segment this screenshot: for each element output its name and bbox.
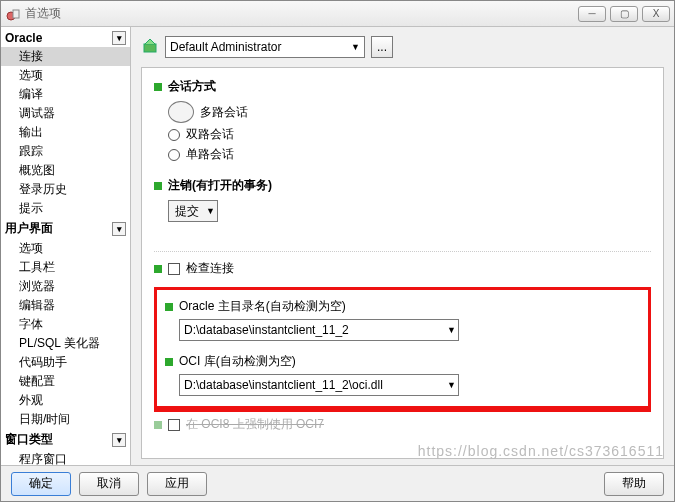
session-radio-row: 双路会话	[168, 126, 651, 143]
minimize-button[interactable]: ─	[578, 6, 606, 22]
settings-panel: 会话方式 多路会话双路会话单路会话 注销(有打开的事务) 提交 ▼	[141, 67, 664, 459]
sidebar-category[interactable]: 窗口类型▾	[1, 429, 130, 450]
session-radio[interactable]	[168, 129, 180, 141]
sidebar-item[interactable]: 外观	[1, 391, 130, 410]
sidebar-item[interactable]: 概览图	[1, 161, 130, 180]
ok-button[interactable]: 确定	[11, 472, 71, 496]
bullet-icon	[154, 182, 162, 190]
main-body: Oracle▾连接选项编译调试器输出跟踪概览图登录历史提示用户界面▾选项工具栏浏…	[1, 27, 674, 465]
chevron-down-icon: ▼	[351, 42, 360, 52]
check-connection-label: 检查连接	[186, 260, 234, 277]
profile-value: Default Administrator	[170, 40, 281, 54]
bullet-icon	[154, 265, 162, 273]
session-radio-label: 单路会话	[186, 146, 234, 163]
sidebar-category[interactable]: Oracle▾	[1, 29, 130, 47]
content-area: Default Administrator ▼ ... 会话方式 多路会话双路会…	[131, 27, 674, 465]
sidebar-item[interactable]: 编译	[1, 85, 130, 104]
collapse-icon[interactable]: ▾	[112, 222, 126, 236]
session-radio[interactable]	[168, 101, 194, 123]
profile-select[interactable]: Default Administrator ▼	[165, 36, 365, 58]
session-radio-row: 多路会话	[168, 101, 651, 123]
sidebar-item[interactable]: 日期/时间	[1, 410, 130, 429]
sidebar-item[interactable]: 调试器	[1, 104, 130, 123]
sidebar-item[interactable]: 提示	[1, 199, 130, 218]
sidebar-item[interactable]: 输出	[1, 123, 130, 142]
logoff-group: 注销(有打开的事务) 提交 ▼	[154, 177, 651, 222]
sidebar-category-label: Oracle	[5, 31, 42, 45]
sidebar-category-label: 窗口类型	[5, 431, 53, 448]
session-radio-row: 单路会话	[168, 146, 651, 163]
sidebar-item[interactable]: 编辑器	[1, 296, 130, 315]
session-radio[interactable]	[168, 149, 180, 161]
sidebar-item[interactable]: 浏览器	[1, 277, 130, 296]
oracle-home-label: Oracle 主目录名(自动检测为空)	[179, 298, 346, 315]
session-mode-title: 会话方式	[168, 78, 216, 95]
bullet-icon	[165, 358, 173, 366]
chevron-down-icon: ▼	[447, 325, 456, 335]
chevron-down-icon: ▼	[206, 206, 215, 216]
sidebar-item[interactable]: 字体	[1, 315, 130, 334]
sidebar-category-label: 用户界面	[5, 220, 53, 237]
sidebar-item[interactable]: 代码助手	[1, 353, 130, 372]
collapse-icon[interactable]: ▾	[112, 433, 126, 447]
sidebar-item[interactable]: 键配置	[1, 372, 130, 391]
sidebar-item[interactable]: 选项	[1, 239, 130, 258]
oci-lib-label: OCI 库(自动检测为空)	[179, 353, 296, 370]
window-controls: ─ ▢ X	[578, 6, 670, 22]
collapse-icon[interactable]: ▾	[112, 31, 126, 45]
oci7-row: 在 OCI8 上强制使用 OCI7	[154, 409, 651, 433]
oci-lib-group: OCI 库(自动检测为空) D:\database\instantclient_…	[165, 353, 640, 396]
check-connection-checkbox[interactable]	[168, 263, 180, 275]
svg-rect-2	[144, 44, 156, 52]
apply-button[interactable]: 应用	[147, 472, 207, 496]
highlighted-section: Oracle 主目录名(自动检测为空) D:\database\instantc…	[154, 287, 651, 409]
sidebar[interactable]: Oracle▾连接选项编译调试器输出跟踪概览图登录历史提示用户界面▾选项工具栏浏…	[1, 27, 131, 465]
sidebar-item[interactable]: 工具栏	[1, 258, 130, 277]
titlebar: 首选项 ─ ▢ X	[1, 1, 674, 27]
session-mode-group: 会话方式 多路会话双路会话单路会话	[154, 78, 651, 163]
bullet-icon	[154, 83, 162, 91]
close-button[interactable]: X	[642, 6, 670, 22]
chevron-down-icon: ▼	[447, 380, 456, 390]
logoff-value: 提交	[175, 204, 199, 218]
divider	[154, 234, 651, 252]
sidebar-category[interactable]: 用户界面▾	[1, 218, 130, 239]
footer-buttons: 确定 取消 应用 帮助	[1, 465, 674, 501]
sidebar-item[interactable]: 登录历史	[1, 180, 130, 199]
sidebar-item[interactable]: 程序窗口	[1, 450, 130, 465]
cancel-button[interactable]: 取消	[79, 472, 139, 496]
preferences-window: 首选项 ─ ▢ X Oracle▾连接选项编译调试器输出跟踪概览图登录历史提示用…	[0, 0, 675, 502]
profile-more-button[interactable]: ...	[371, 36, 393, 58]
sidebar-item[interactable]: 选项	[1, 66, 130, 85]
oci7-checkbox[interactable]	[168, 419, 180, 431]
oci7-label: 在 OCI8 上强制使用 OCI7	[186, 416, 324, 433]
help-button[interactable]: 帮助	[604, 472, 664, 496]
maximize-button[interactable]: ▢	[610, 6, 638, 22]
oracle-home-group: Oracle 主目录名(自动检测为空) D:\database\instantc…	[165, 298, 640, 341]
oci-lib-value: D:\database\instantclient_11_2\oci.dll	[184, 378, 383, 392]
oracle-home-input[interactable]: D:\database\instantclient_11_2 ▼	[179, 319, 459, 341]
profile-icon	[141, 37, 159, 58]
bullet-icon	[154, 421, 162, 429]
oracle-home-value: D:\database\instantclient_11_2	[184, 323, 349, 337]
sidebar-item[interactable]: 连接	[1, 47, 130, 66]
app-icon	[5, 6, 21, 22]
profile-toolbar: Default Administrator ▼ ...	[131, 27, 674, 67]
logoff-select[interactable]: 提交 ▼	[168, 200, 218, 222]
session-radio-label: 双路会话	[186, 126, 234, 143]
bullet-icon	[165, 303, 173, 311]
logoff-title: 注销(有打开的事务)	[168, 177, 272, 194]
oci-lib-input[interactable]: D:\database\instantclient_11_2\oci.dll ▼	[179, 374, 459, 396]
window-title: 首选项	[25, 5, 578, 22]
session-radio-label: 多路会话	[200, 104, 248, 121]
check-connection-row: 检查连接	[154, 260, 651, 277]
sidebar-item[interactable]: PL/SQL 美化器	[1, 334, 130, 353]
sidebar-item[interactable]: 跟踪	[1, 142, 130, 161]
svg-rect-1	[13, 10, 19, 18]
